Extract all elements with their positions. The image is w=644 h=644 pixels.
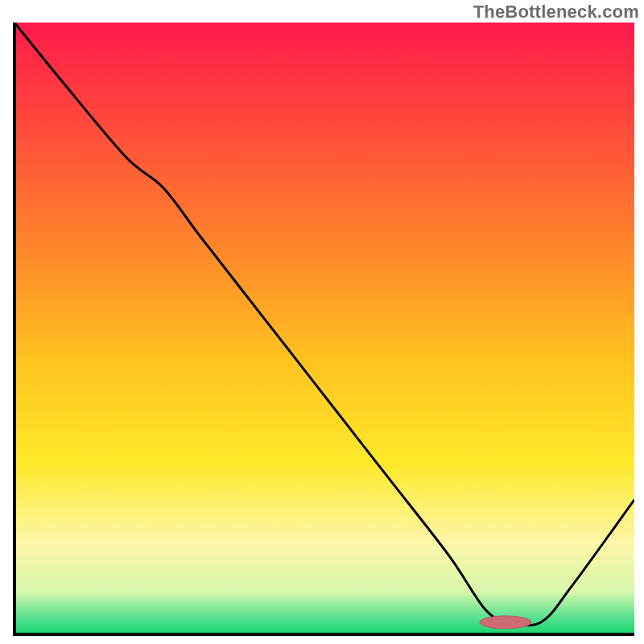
plot-background: [14, 23, 634, 634]
watermark-text: TheBottleneck.com: [473, 2, 639, 23]
chart-svg: [0, 0, 644, 644]
chart-container: TheBottleneck.com: [0, 0, 644, 644]
min-marker: [480, 616, 531, 629]
